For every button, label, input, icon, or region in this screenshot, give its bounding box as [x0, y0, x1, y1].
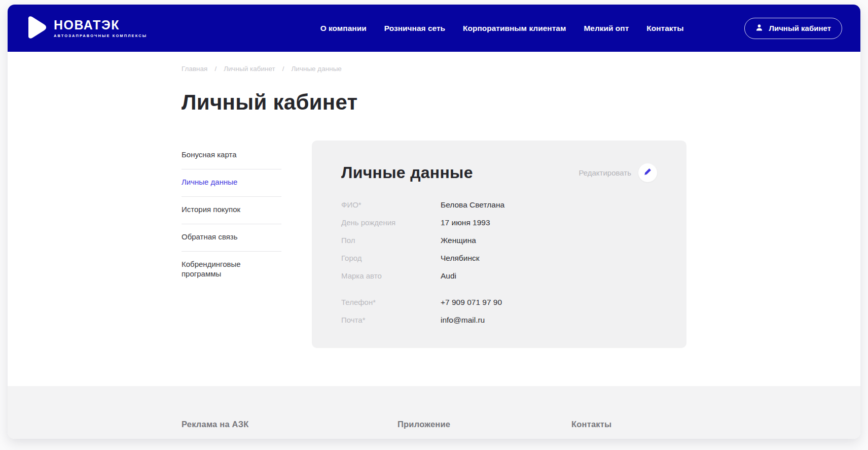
- footer-col-contacts: Контакты 8 800 200 12 00: [571, 420, 685, 439]
- field-value: Женщина: [441, 236, 476, 245]
- sidebar-item-feedback[interactable]: Обратная связь: [182, 224, 281, 252]
- field-row-fio: ФИО* Белова Светлана: [341, 196, 657, 214]
- sidebar-item-personal-data[interactable]: Личные данные: [182, 169, 281, 197]
- account-button-label: Личный кабинет: [769, 24, 831, 32]
- sidebar-item-cobranding-programs[interactable]: Кобрендинговые программы: [182, 252, 281, 288]
- breadcrumb-home[interactable]: Главная: [182, 65, 207, 73]
- breadcrumb-separator: /: [214, 65, 216, 73]
- main-content: Главная / Личный кабинет / Личные данные…: [8, 52, 860, 386]
- nav-item-small-wholesale[interactable]: Мелкий опт: [584, 24, 629, 33]
- browser-window: НОВАТЭК АВТОЗАПРАВОЧНЫЕ КОМПЛЕКСЫ О комп…: [8, 5, 860, 439]
- logo-title: НОВАТЭК: [54, 19, 147, 31]
- edit-control[interactable]: Редактировать: [578, 163, 657, 182]
- main-nav: О компании Розничная сеть Корпоративным …: [320, 24, 684, 33]
- account-sidebar: Бонусная карта Личные данные История пок…: [182, 141, 281, 288]
- account-button[interactable]: Личный кабинет: [744, 18, 842, 39]
- field-label: Пол: [341, 236, 441, 245]
- footer-col-advertising: Реклама на АЗК Челябинская область: [182, 420, 258, 439]
- breadcrumb-current: Личные данные: [292, 65, 342, 73]
- fields-list: ФИО* Белова Светлана День рождения 17 ию…: [341, 196, 657, 329]
- field-label: Почта*: [341, 316, 441, 324]
- sidebar-item-purchase-history[interactable]: История покупок: [182, 197, 281, 224]
- top-navbar: НОВАТЭК АВТОЗАПРАВОЧНЫЕ КОМПЛЕКСЫ О комп…: [8, 5, 860, 52]
- footer-heading: Контакты: [571, 420, 685, 429]
- nav-item-corporate-clients[interactable]: Корпоративным клиентам: [463, 24, 566, 33]
- field-label: Телефон*: [341, 298, 441, 306]
- breadcrumb-separator: /: [282, 65, 284, 73]
- field-row-city: Город Челябинск: [341, 249, 657, 267]
- field-label: ФИО*: [341, 200, 441, 209]
- field-value: 17 июня 1993: [441, 218, 490, 227]
- field-value: Audi: [441, 271, 456, 281]
- field-value: info@mail.ru: [441, 316, 485, 325]
- footer-heading: Приложение: [397, 420, 480, 429]
- breadcrumb-account[interactable]: Личный кабинет: [224, 65, 275, 73]
- nav-item-retail-network[interactable]: Розничная сеть: [384, 24, 445, 33]
- field-row-gender: Пол Женщина: [341, 231, 657, 249]
- logo[interactable]: НОВАТЭК АВТОЗАПРАВОЧНЫЕ КОМПЛЕКСЫ: [25, 15, 147, 42]
- field-label: День рождения: [341, 218, 441, 227]
- field-row-email: Почта* info@mail.ru: [341, 311, 657, 329]
- nav-item-contacts[interactable]: Контакты: [646, 24, 683, 33]
- breadcrumb: Главная / Личный кабинет / Личные данные: [182, 65, 860, 73]
- field-label: Марка авто: [341, 271, 441, 280]
- pencil-icon: [644, 168, 652, 178]
- card-title: Личные данные: [341, 163, 473, 182]
- footer: Реклама на АЗК Челябинская область Прило…: [8, 386, 860, 439]
- field-row-car-brand: Марка авто Audi: [341, 267, 657, 285]
- footer-heading: Реклама на АЗК: [182, 420, 258, 429]
- field-value: Челябинск: [441, 254, 480, 263]
- page-title: Личный кабинет: [182, 91, 860, 114]
- personal-data-card: Личные данные Редактировать: [312, 141, 686, 348]
- nav-item-about[interactable]: О компании: [320, 24, 367, 33]
- edit-button[interactable]: [638, 163, 657, 182]
- sidebar-item-bonus-card[interactable]: Бонусная карта: [182, 150, 281, 169]
- logo-subtitle: АВТОЗАПРАВОЧНЫЕ КОМПЛЕКСЫ: [54, 33, 147, 38]
- field-value: +7 909 071 97 90: [441, 298, 502, 307]
- field-row-phone: Телефон* +7 909 071 97 90: [341, 293, 657, 311]
- footer-col-app: Приложение Скачивайте мобильное: [397, 420, 480, 439]
- content-row: Бонусная карта Личные данные История пок…: [182, 141, 860, 348]
- fields-group-gap: [341, 285, 657, 293]
- field-value: Белова Светлана: [441, 200, 504, 210]
- edit-label[interactable]: Редактировать: [578, 168, 631, 177]
- user-icon: [755, 24, 763, 33]
- field-label: Город: [341, 254, 441, 262]
- field-row-birthday: День рождения 17 июня 1993: [341, 214, 657, 231]
- novatek-flame-icon: [25, 15, 47, 42]
